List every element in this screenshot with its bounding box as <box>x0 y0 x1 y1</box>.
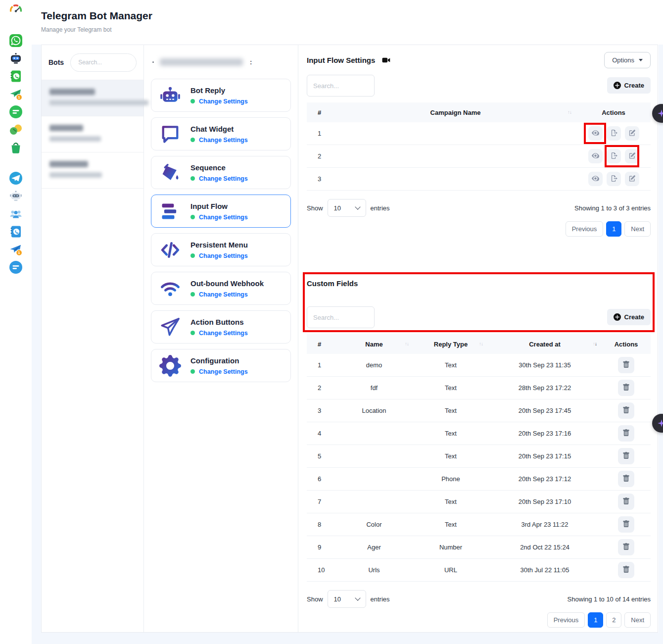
change-settings-link[interactable]: Change Settings <box>199 252 248 259</box>
delete-button[interactable] <box>618 402 634 419</box>
chat-blue-icon[interactable] <box>9 260 23 274</box>
settings-card-title: Input Flow <box>190 202 248 210</box>
trash-icon <box>622 497 630 506</box>
page-1-button[interactable]: 1 <box>588 612 603 628</box>
reply-type: Text <box>414 384 488 392</box>
custom-fields-showing-summary: Showing 1 to 10 of 14 entries <box>568 595 651 603</box>
plus-circle-icon <box>614 313 621 321</box>
reply-type: Text <box>414 430 488 437</box>
sort-icon[interactable]: ↑↓ <box>405 341 409 347</box>
campaign-row: 1 <box>307 122 651 145</box>
custom-fields-page-size-select[interactable]: 10 <box>328 590 366 608</box>
trash-icon <box>622 429 630 438</box>
column-header-reply-type[interactable]: Reply Type↑↓ <box>414 341 488 348</box>
change-settings-link[interactable]: Change Settings <box>199 368 248 375</box>
edit-button[interactable] <box>625 126 639 141</box>
next-page-button[interactable]: Next <box>624 612 651 628</box>
shop-icon[interactable] <box>9 141 23 154</box>
previous-page-button[interactable]: Previous <box>547 612 585 628</box>
telegram-coin-blue-icon[interactable]: 1 <box>9 243 23 256</box>
change-settings-link[interactable]: Change Settings <box>199 137 248 144</box>
export-button[interactable] <box>607 126 621 141</box>
telegram-icon[interactable] <box>9 171 23 185</box>
input-flow-page-size-select[interactable]: 10 <box>328 199 366 217</box>
custom-fields-search-input[interactable] <box>307 306 375 328</box>
custom-fields-create-button[interactable]: Create <box>607 309 651 325</box>
change-settings-link[interactable]: Change Settings <box>199 291 248 298</box>
view-button[interactable] <box>588 149 603 163</box>
reply-type: Text <box>414 521 488 528</box>
sort-icon[interactable]: ↑↓ <box>568 109 571 115</box>
options-button[interactable]: Options <box>604 52 651 68</box>
audience-icon[interactable] <box>9 207 23 221</box>
delete-button[interactable] <box>618 357 634 373</box>
delete-button[interactable] <box>618 471 634 487</box>
contacts-blue-icon[interactable] <box>9 225 23 239</box>
status-dot-icon <box>190 253 195 258</box>
speed-test-icon[interactable] <box>9 3 23 17</box>
contacts-green-icon[interactable] <box>9 69 23 83</box>
settings-card-chat-widget[interactable]: Chat Widget Change Settings <box>151 117 291 150</box>
column-header-campaign-name[interactable]: Campaign Name↑↓ <box>334 109 576 116</box>
partners-icon[interactable] <box>9 123 23 137</box>
persistent-menu-icon <box>159 239 181 261</box>
change-settings-link[interactable]: Change Settings <box>199 214 248 221</box>
bot-username-blurred <box>49 100 148 105</box>
delete-button[interactable] <box>618 539 634 555</box>
change-settings-link[interactable]: Change Settings <box>199 98 248 105</box>
delete-button[interactable] <box>618 448 634 464</box>
chat-green-icon[interactable] <box>9 105 23 119</box>
delete-button[interactable] <box>618 494 634 510</box>
status-dot-icon <box>190 331 195 335</box>
settings-card-sequence[interactable]: Sequence Change Settings <box>151 156 291 189</box>
settings-card-input-flow[interactable]: Input Flow Change Settings <box>151 195 291 228</box>
export-button[interactable] <box>607 149 621 163</box>
input-flow-showing-summary: Showing 1 to 3 of 3 entries <box>574 204 651 212</box>
sort-icon[interactable]: ↑↓ <box>479 341 483 347</box>
edit-button[interactable] <box>625 149 639 163</box>
reply-type: Number <box>414 544 488 551</box>
telegram-coin-green-icon[interactable]: 1 <box>9 87 23 101</box>
input-flow-search-input[interactable] <box>307 75 375 97</box>
column-header-name[interactable]: Name↑↓ <box>334 341 414 348</box>
status-dot-icon <box>190 176 195 181</box>
field-name: Urls <box>368 566 379 574</box>
settings-card-configuration[interactable]: Configuration Change Settings <box>151 349 291 382</box>
change-settings-link[interactable]: Change Settings <box>199 175 248 182</box>
bot-list-item[interactable] <box>42 80 143 116</box>
delete-button[interactable] <box>618 380 634 396</box>
sort-icon[interactable]: ↑↓ <box>593 341 597 347</box>
edit-icon <box>628 175 636 184</box>
settings-card-persistent-menu[interactable]: Persistent Menu Change Settings <box>151 233 291 266</box>
previous-page-button[interactable]: Previous <box>566 221 604 237</box>
delete-button[interactable] <box>618 562 634 578</box>
input-flow-create-button[interactable]: Create <box>607 77 651 94</box>
bullet-icon <box>152 61 154 63</box>
custom-field-row: 1 demo Text 30th Sep 23 11:35 <box>307 354 651 377</box>
settings-card-action-buttons[interactable]: Action Buttons Change Settings <box>151 310 291 344</box>
page-1-button[interactable]: 1 <box>606 221 621 237</box>
bots-search-input[interactable] <box>70 53 137 72</box>
chatbot-blue-icon[interactable] <box>9 189 23 203</box>
column-header-actions: Actions <box>576 109 651 116</box>
settings-card-webhook[interactable]: Out-bound Webhook Change Settings <box>151 272 291 305</box>
delete-button[interactable] <box>618 425 634 442</box>
page-2-button[interactable]: 2 <box>606 612 621 628</box>
delete-button[interactable] <box>618 516 634 533</box>
created-at: 20th Sep 23 17:45 <box>488 407 602 414</box>
next-page-button[interactable]: Next <box>624 221 651 237</box>
column-header-created-at[interactable]: Created at↑↓ <box>488 341 602 348</box>
whatsapp-icon[interactable] <box>9 34 23 48</box>
change-settings-link[interactable]: Change Settings <box>199 330 248 337</box>
settings-card-bot-reply[interactable]: Bot Reply Change Settings <box>151 79 291 112</box>
custom-field-row: 5 Text 20th Sep 23 17:15 <box>307 445 651 468</box>
export-button[interactable] <box>607 172 621 186</box>
edit-button[interactable] <box>625 172 639 186</box>
created-at: 20th Sep 23 17:12 <box>488 475 602 483</box>
view-button[interactable] <box>588 126 603 141</box>
bot-list-item[interactable] <box>42 152 143 189</box>
input-flow-icon <box>159 200 181 222</box>
chatbot-icon[interactable] <box>9 51 23 65</box>
view-button[interactable] <box>588 172 603 186</box>
bot-list-item[interactable] <box>42 116 143 152</box>
